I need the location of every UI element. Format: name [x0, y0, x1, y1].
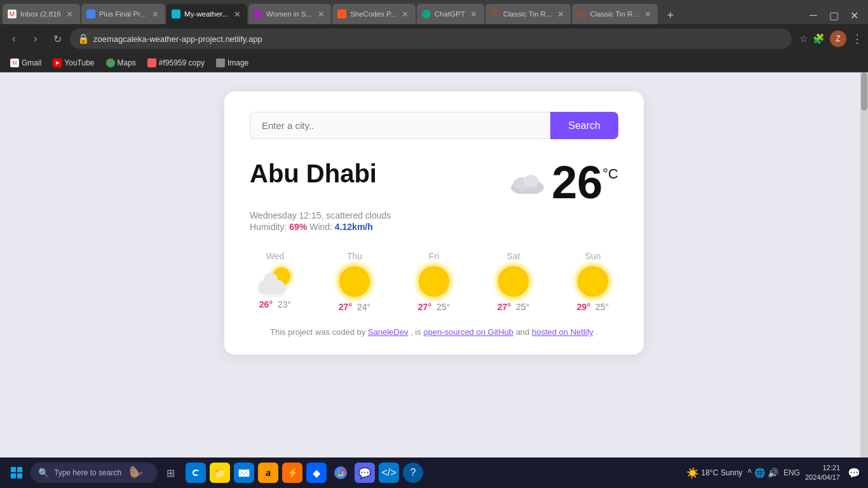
speaker-icon[interactable]: 🔊: [768, 468, 778, 478]
taskbar-app-icons: 📁 ✉️ a ⚡ ◆: [186, 463, 423, 483]
forecast-fri-high: 27°: [418, 302, 431, 312]
search-button[interactable]: Search: [550, 112, 618, 139]
new-tab-button[interactable]: +: [661, 6, 679, 24]
tab-classic1-close[interactable]: ✕: [555, 9, 566, 19]
taskbar-edge-icon[interactable]: [186, 463, 206, 483]
taskbar-time[interactable]: 12:21 2024/04/17: [805, 463, 840, 483]
minimize-button[interactable]: ─: [804, 6, 822, 24]
footer-middle: , is: [410, 327, 423, 337]
tab-classic2[interactable]: Classic Tin R... ✕: [572, 4, 658, 24]
taskbar-search-placeholder[interactable]: Type here to search: [54, 468, 121, 477]
address-input-wrap[interactable]: 🔒 zoemagcaleka-weather-app-project.netli…: [70, 29, 792, 49]
tab-shecodes-close[interactable]: ✕: [400, 9, 410, 19]
reload-button[interactable]: ↻: [48, 30, 66, 48]
extensions-icon[interactable]: 🧩: [813, 33, 825, 44]
footer-author-link[interactable]: SaneleDev: [368, 327, 409, 337]
forecast-thu-high: 27°: [339, 302, 352, 312]
tab-plus-favicon: [86, 10, 95, 18]
tab-gmail-label: Inbox (2,816: [20, 10, 61, 18]
taskbar: 🔍 Type here to search 🦫 ⊞ 📁 ✉️ a: [0, 458, 868, 488]
taskbar-discord-icon[interactable]: 💬: [355, 463, 375, 483]
bookmark-image[interactable]: Image: [211, 57, 254, 69]
bookmark-maps-favicon: 📍: [106, 58, 115, 67]
bookmark-gmail-favicon: M: [10, 58, 19, 67]
svg-point-9: [339, 471, 342, 475]
chevron-up-icon[interactable]: ^: [747, 468, 752, 478]
tab-chatgpt-close[interactable]: ✕: [469, 9, 479, 19]
notification-button[interactable]: 💬: [845, 464, 863, 482]
tab-chatgpt-label: ChatGPT: [435, 10, 465, 18]
tab-bar: M Inbox (2,816 ✕ Plus Final Pr... ✕ My-w…: [0, 0, 868, 24]
tab-gmail-close[interactable]: ✕: [65, 9, 75, 19]
taskbar-dropbox-icon[interactable]: ◆: [306, 463, 327, 483]
browser-menu-icon[interactable]: ⋮: [851, 32, 863, 46]
bookmark-youtube[interactable]: ▶ YouTube: [48, 57, 99, 69]
taskbar-search[interactable]: 🔍 Type here to search 🦫: [31, 463, 158, 483]
city-section: Abu Dhabi: [250, 159, 377, 188]
taskbar-help-icon[interactable]: ?: [403, 463, 423, 483]
tab-shecodes-label: SheCodes P...: [350, 10, 397, 18]
tab-women-label: Women in S...: [266, 10, 312, 18]
tab-gmail[interactable]: M Inbox (2,816 ✕: [3, 4, 80, 24]
bookmark-f95959[interactable]: #f95959 copy: [142, 57, 210, 69]
tab-shecodes[interactable]: SheCodes P... ✕: [332, 4, 416, 24]
tab-weather-close[interactable]: ✕: [232, 9, 242, 19]
scrollbar[interactable]: [860, 72, 868, 458]
taskbar-chrome-icon[interactable]: [330, 463, 351, 483]
taskbar-amazon-icon[interactable]: a: [258, 463, 278, 483]
address-text[interactable]: zoemagcaleka-weather-app-project.netlify…: [93, 34, 784, 44]
tab-plus-label: Plus Final Pr...: [99, 10, 146, 18]
bookmark-gmail[interactable]: M Gmail: [5, 57, 46, 69]
footer-netlify-link[interactable]: hosted on Netlify: [532, 327, 593, 337]
tab-women[interactable]: Women in S... ✕: [248, 4, 331, 24]
profile-icon[interactable]: Z: [830, 30, 846, 47]
taskview-button[interactable]: ⊞: [160, 463, 180, 483]
sun-icon-sat: [498, 266, 529, 297]
tab-classic1[interactable]: Classic Tin R... ✕: [485, 4, 571, 24]
bookmark-image-favicon: [216, 58, 225, 67]
tab-shecodes-favicon: [337, 10, 346, 18]
footer-github-link[interactable]: open-sourced on GitHub: [423, 327, 513, 337]
forecast-sat-name: Sat: [506, 251, 520, 261]
tab-women-close[interactable]: ✕: [316, 9, 326, 19]
tab-classic2-favicon: [577, 10, 586, 18]
taskbar-mail-icon[interactable]: ✉️: [234, 463, 254, 483]
tab-chatgpt-favicon: [422, 10, 431, 18]
bookmark-maps[interactable]: 📍 Maps: [101, 57, 141, 69]
tab-plus[interactable]: Plus Final Pr... ✕: [81, 4, 165, 24]
address-bar: ‹ › ↻ 🔒 zoemagcaleka-weather-app-project…: [0, 24, 868, 53]
page-content: Search Abu Dhabi 26: [0, 72, 868, 458]
start-button[interactable]: [5, 461, 28, 484]
taskbar-vscode-icon[interactable]: </>: [379, 463, 399, 483]
forecast-fri: Fri 27° 25°: [409, 251, 459, 312]
bookmark-star-icon[interactable]: ☆: [799, 33, 808, 44]
taskbar-clock: 12:21: [805, 463, 840, 473]
tab-plus-close[interactable]: ✕: [150, 9, 160, 19]
bookmarks-bar: M Gmail ▶ YouTube 📍 Maps #f95959 copy Im…: [0, 53, 868, 72]
weather-cloud-icon: [508, 165, 546, 201]
tab-women-favicon: [254, 10, 262, 18]
taskbar-date: 2024/04/17: [805, 473, 840, 482]
svg-rect-4: [17, 467, 22, 472]
scrollbar-thumb[interactable]: [861, 72, 867, 111]
forecast-wed-low: 23°: [278, 299, 291, 309]
close-button[interactable]: ✕: [845, 6, 863, 24]
weather-details: Wednesday 12:15, scattered clouds Humidi…: [250, 210, 618, 232]
tab-chatgpt[interactable]: ChatGPT ✕: [417, 4, 484, 24]
maximize-button[interactable]: ▢: [825, 6, 843, 24]
back-button[interactable]: ‹: [5, 30, 23, 48]
tab-weather-label: My-weather...: [184, 10, 228, 18]
browser-window: M Inbox (2,816 ✕ Plus Final Pr... ✕ My-w…: [0, 0, 868, 488]
lock-icon: 🔒: [78, 33, 90, 44]
network-icon[interactable]: 🌐: [754, 468, 765, 478]
tab-classic2-label: Classic Tin R...: [590, 10, 639, 18]
forward-button[interactable]: ›: [27, 30, 44, 48]
taskbar-lang: ENG: [783, 468, 800, 477]
city-input[interactable]: [250, 112, 550, 139]
humidity-label: Humidity:: [250, 222, 287, 232]
tab-classic2-close[interactable]: ✕: [642, 9, 653, 19]
tab-weather[interactable]: My-weather... ✕: [166, 4, 247, 24]
forecast-wed: Wed 26° 23°: [250, 251, 301, 312]
taskbar-sublimetext-icon[interactable]: ⚡: [282, 463, 302, 483]
taskbar-explorer-icon[interactable]: 📁: [210, 463, 230, 483]
